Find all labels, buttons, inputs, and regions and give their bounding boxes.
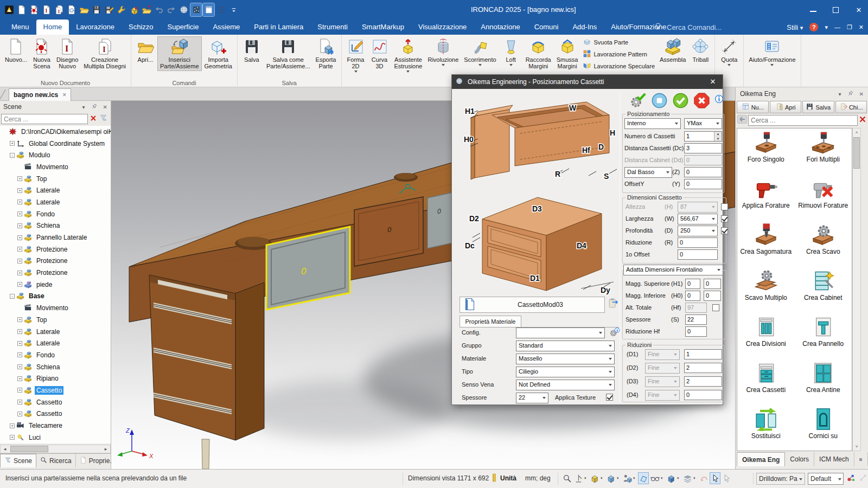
molecule-icon[interactable] bbox=[846, 473, 856, 484]
tree-expander-icon[interactable]: + bbox=[17, 235, 22, 240]
ribbon-button-importa-geometria[interactable]: Importa Geometria bbox=[202, 36, 235, 71]
ribbon-button-loft[interactable]: Loft bbox=[499, 36, 523, 68]
tree-expander-icon[interactable]: + bbox=[17, 188, 22, 193]
ribbon-button-triball[interactable]: Triball bbox=[688, 36, 712, 65]
status-cube-blue-icon[interactable] bbox=[605, 472, 616, 484]
tree-expander-icon[interactable]: + bbox=[17, 259, 22, 264]
combo-gruppo[interactable]: Standard bbox=[516, 341, 615, 351]
clear-search-icon[interactable] bbox=[858, 115, 867, 125]
dropdown-arrow-icon[interactable]: ▾ bbox=[677, 476, 681, 480]
clear-search-icon[interactable] bbox=[90, 114, 97, 124]
checkbox-applica-texture[interactable] bbox=[606, 394, 613, 401]
input-riduzione-hf[interactable]: 0 bbox=[685, 326, 707, 337]
status-tilt-square-icon[interactable] bbox=[638, 472, 649, 484]
catalog-tool-cornici-su[interactable]: Cornici su bbox=[795, 407, 852, 453]
status-glasses-icon[interactable] bbox=[649, 472, 660, 484]
maximize-icon[interactable] bbox=[833, 7, 839, 13]
menu-tab-annotazione[interactable]: Annotazione bbox=[474, 20, 527, 35]
catalog-tool-crea-scavo[interactable]: Crea Scavo bbox=[795, 223, 852, 269]
tree-expander-icon[interactable]: + bbox=[10, 435, 15, 440]
cassetto-model-bar[interactable]: CassettoMod03 bbox=[459, 297, 605, 313]
checkbox-alt-totale[interactable] bbox=[712, 304, 719, 311]
menu-tab-strumenti[interactable]: Strumenti bbox=[310, 20, 355, 35]
tree-expander-icon[interactable]: + bbox=[17, 317, 22, 322]
tree-item-d-ironcad-oikema-esempi-oike[interactable]: D:\IronCAD\Oikema\esempi oiKe bbox=[0, 126, 111, 138]
input2-magg-inferiore[interactable]: 0 bbox=[704, 291, 721, 301]
ribbon-restore-icon[interactable]: ❐ bbox=[847, 24, 852, 31]
tree-expander-icon[interactable]: + bbox=[17, 352, 22, 357]
input-d4[interactable]: 0 bbox=[684, 390, 722, 400]
catalog-tab-oikema-eng[interactable]: Oikema Eng bbox=[737, 452, 785, 466]
dropdown-arrow-icon[interactable]: ▾ bbox=[633, 476, 637, 480]
dropdown-arrow-icon[interactable]: ▾ bbox=[601, 476, 604, 480]
document-tab[interactable]: bagno new.ics × bbox=[9, 88, 71, 101]
ribbon-button-nuovo[interactable]: Nuovo... bbox=[2, 36, 30, 65]
tree-item-cassetto[interactable]: +Cassetto bbox=[0, 396, 111, 408]
tree-expander-icon[interactable]: + bbox=[17, 400, 22, 404]
qat-page-icon[interactable] bbox=[16, 3, 27, 16]
status-layers-icon[interactable] bbox=[682, 472, 693, 484]
dropdown-arrow-icon[interactable]: ▾ bbox=[693, 476, 697, 480]
tree-expander-icon[interactable]: + bbox=[17, 223, 22, 228]
panel-tab-scene[interactable]: Scene bbox=[0, 454, 36, 467]
tree-item-piede[interactable]: +piede bbox=[0, 279, 111, 291]
scroll-up-icon[interactable]: ˄ bbox=[853, 129, 860, 137]
menu-tab-parti-in-lamiera[interactable]: Parti in Lamiera bbox=[247, 20, 310, 35]
menu-tab-comuni[interactable]: Comuni bbox=[527, 20, 566, 35]
catalog-tool-crea-cabinet[interactable]: Crea Cabinet bbox=[795, 269, 852, 315]
tree-expander-icon[interactable]: + bbox=[17, 282, 22, 287]
tree-item-protezione[interactable]: +Protezione bbox=[0, 267, 111, 279]
tree-expander-icon[interactable]: - bbox=[10, 294, 15, 299]
tree-expander-icon[interactable]: + bbox=[17, 412, 22, 416]
status-cube-blue2-icon[interactable] bbox=[666, 472, 676, 484]
combo-senso-vena[interactable]: Not Defined bbox=[516, 380, 615, 390]
qat-gear-page-icon[interactable] bbox=[66, 3, 77, 16]
input-offsety[interactable]: 0 bbox=[684, 179, 722, 189]
qat-list-icon[interactable] bbox=[215, 3, 227, 16]
cabinet-unit[interactable] bbox=[149, 275, 264, 440]
posizionamento-combo[interactable]: Interno bbox=[624, 118, 681, 129]
qat-folder-plus-icon[interactable] bbox=[141, 3, 152, 16]
paste-model-icon[interactable] bbox=[607, 298, 619, 312]
help-dropdown-arrow-icon[interactable]: ▾ bbox=[825, 24, 828, 31]
catalog-tool-fori-multipli[interactable]: Fori Multipli bbox=[795, 131, 852, 177]
qat-folder-icon[interactable] bbox=[78, 3, 90, 16]
input-magg-inferiore[interactable]: 0 bbox=[685, 291, 700, 301]
tree-horizontal-scrollbar[interactable]: ◂ ▸ bbox=[0, 445, 111, 453]
catalog-button-apri[interactable]: Apri bbox=[770, 101, 802, 113]
tree-item-top[interactable]: +Top bbox=[0, 314, 111, 326]
render-style-combo[interactable]: Default bbox=[808, 473, 844, 485]
catalog-tab-icm-mech[interactable]: ICM Mech bbox=[814, 452, 854, 466]
ribbon-close-icon[interactable]: ✕ bbox=[859, 24, 864, 31]
tree-expander-icon[interactable]: + bbox=[17, 329, 22, 334]
ribbon-button-inserisci-parte-assieme[interactable]: Inserisci Parte/Assieme bbox=[157, 36, 202, 71]
tree-expander-icon[interactable]: + bbox=[17, 247, 22, 252]
input-distanza-cassetti-dc[interactable]: 3 bbox=[684, 143, 722, 153]
panel-menu-icon[interactable]: ▾ bbox=[839, 91, 841, 97]
combo-profondit[interactable]: 250 bbox=[678, 226, 718, 236]
units-value[interactable]: mm; deg bbox=[525, 474, 551, 482]
tree-item-laterale[interactable]: +Laterale bbox=[0, 337, 111, 349]
qat-page-scene-icon[interactable] bbox=[28, 3, 40, 16]
status-magnifier-icon[interactable] bbox=[561, 472, 572, 484]
config-info-icon[interactable] bbox=[608, 326, 620, 340]
command-search[interactable]: Cerca Comandi... bbox=[654, 20, 722, 35]
qat-redo-icon[interactable] bbox=[165, 3, 177, 16]
dialog-gear-check-button[interactable] bbox=[630, 92, 647, 111]
filter-icon[interactable] bbox=[99, 114, 107, 124]
catalog-button-salva[interactable]: Salva bbox=[802, 101, 834, 113]
input-1o-offset[interactable]: 0 bbox=[678, 249, 718, 260]
tree-item-laterale[interactable]: +Laterale bbox=[0, 326, 111, 338]
combo-dal-basso[interactable]: Dal Basso bbox=[624, 167, 672, 178]
menu-tab-assieme[interactable]: Assieme bbox=[206, 20, 247, 35]
ribbon-button-lavorazione-pattern[interactable]: Lavorazione Pattern bbox=[583, 49, 655, 59]
qat-floppy-icon[interactable] bbox=[91, 3, 102, 16]
tree-item-luci[interactable]: +Luci bbox=[0, 432, 111, 444]
dialog-close-icon[interactable]: ✕ bbox=[709, 78, 717, 86]
qat-undo-icon[interactable] bbox=[153, 3, 164, 16]
catalog-tool-crea-pannello[interactable]: Crea Pannello bbox=[795, 315, 852, 361]
tree-item-movimento[interactable]: Movimento bbox=[0, 161, 111, 173]
ribbon-button-salva[interactable]: Salva bbox=[240, 36, 264, 65]
input-magg-superiore[interactable]: 0 bbox=[685, 279, 700, 289]
panel-menu-icon[interactable]: ▾ bbox=[82, 104, 85, 110]
